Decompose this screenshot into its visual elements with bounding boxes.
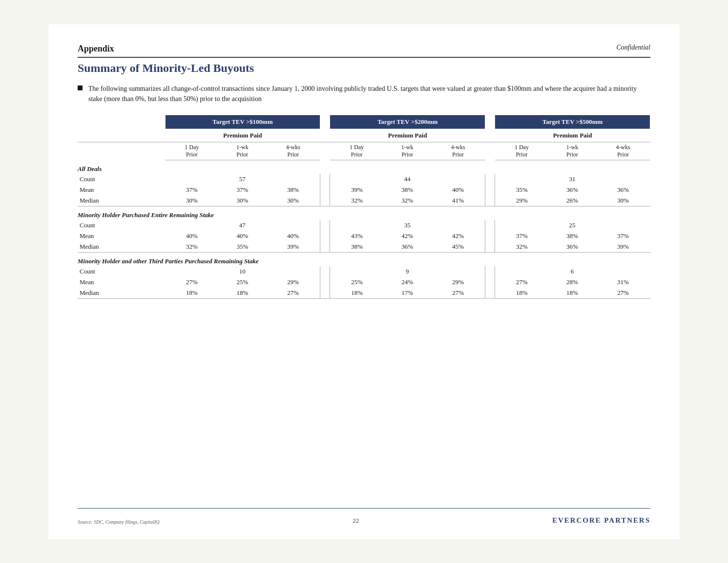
- cell: [330, 220, 384, 231]
- cell: [495, 174, 549, 185]
- cell: 42%: [383, 231, 431, 241]
- cell: [495, 220, 549, 231]
- cell: 29%: [266, 277, 320, 288]
- premium-paid-3: Premium Paid: [495, 129, 650, 142]
- row-label: Count: [78, 174, 165, 185]
- cell: 35%: [495, 185, 549, 195]
- confidential-label: Confidential: [616, 44, 650, 51]
- cell: [266, 220, 320, 231]
- cell: 40%: [431, 185, 485, 195]
- cell: [431, 266, 485, 277]
- table-row: Median30%30%30%32%32%41%29%26%30%: [78, 195, 650, 206]
- cell: [431, 174, 485, 185]
- cell: 39%: [266, 241, 320, 253]
- cell: 18%: [330, 288, 384, 299]
- cell: 47: [219, 220, 266, 231]
- page-title: Summary of Minority-Led Buyouts: [78, 62, 650, 75]
- premium-paid-2: Premium Paid: [330, 129, 485, 142]
- row-label: Mean: [78, 185, 165, 195]
- cell: 6: [548, 266, 596, 277]
- table-container: Target TEV >$100mm Target TEV >$200mm Ta…: [78, 115, 650, 508]
- cell: 32%: [495, 241, 549, 253]
- cell: 38%: [266, 185, 320, 195]
- cell: 10: [219, 266, 266, 277]
- col-header-1day-1: 1 DayPrior: [165, 142, 219, 160]
- row-label: Median: [78, 241, 165, 253]
- cell: [596, 220, 650, 231]
- cell: 26%: [548, 195, 596, 206]
- premium-paid-1: Premium Paid: [165, 129, 320, 142]
- row-label: Count: [78, 220, 165, 231]
- cell: 28%: [548, 277, 596, 288]
- cell: 44: [383, 174, 431, 185]
- group-header-200: Target TEV >$200mm: [330, 115, 485, 129]
- cell: 27%: [266, 288, 320, 299]
- bullet-section: The following summarizes all change-of-c…: [78, 84, 650, 104]
- cell: 40%: [266, 231, 320, 241]
- page: Appendix Confidential Summary of Minorit…: [49, 24, 679, 539]
- cell: 27%: [495, 277, 549, 288]
- cell: 43%: [330, 231, 384, 241]
- bullet-icon: [78, 85, 83, 90]
- cell: [165, 220, 219, 231]
- cell: [431, 220, 485, 231]
- cell: 36%: [596, 185, 650, 195]
- col-header-1wk-1: 1-wkPrior: [219, 142, 266, 160]
- cell: [165, 266, 219, 277]
- cell: 40%: [165, 231, 219, 241]
- page-footer: Source: SDC, Company filings, CapitalIQ …: [78, 508, 650, 525]
- table-row: Mean37%37%38%39%38%40%35%36%36%: [78, 185, 650, 195]
- cell: 39%: [596, 241, 650, 253]
- cell: 30%: [596, 195, 650, 206]
- cell: 38%: [330, 241, 384, 253]
- cell: 37%: [495, 231, 549, 241]
- row-label: Mean: [78, 277, 165, 288]
- cell: 24%: [383, 277, 431, 288]
- cell: 32%: [330, 195, 384, 206]
- table-row: Median32%35%39%38%36%45%32%36%39%: [78, 241, 650, 253]
- appendix-label: Appendix: [78, 44, 114, 54]
- cell: 32%: [383, 195, 431, 206]
- cell: 37%: [165, 185, 219, 195]
- cell: 9: [383, 266, 431, 277]
- cell: 35: [383, 220, 431, 231]
- source-text: Source: SDC, Company filings, CapitalIQ: [78, 519, 160, 525]
- cell: [330, 174, 384, 185]
- cell: 18%: [219, 288, 266, 299]
- section-title-2: Minority Holder and other Third Parties …: [78, 252, 650, 266]
- cell: 45%: [431, 241, 485, 253]
- cell: 57: [219, 174, 266, 185]
- group-header-500: Target TEV >$500mm: [495, 115, 650, 129]
- section-title-0: All Deals: [78, 160, 650, 174]
- table-row: Count574431: [78, 174, 650, 185]
- cell: 39%: [330, 185, 384, 195]
- section-title-1: Minority Holder Purchased Entire Remaini…: [78, 206, 650, 220]
- cell: 27%: [596, 288, 650, 299]
- cell: [330, 266, 384, 277]
- cell: 25%: [219, 277, 266, 288]
- cell: 38%: [548, 231, 596, 241]
- row-label: Median: [78, 195, 165, 206]
- cell: 32%: [165, 241, 219, 253]
- cell: 40%: [219, 231, 266, 241]
- cell: 30%: [219, 195, 266, 206]
- cell: 37%: [219, 185, 266, 195]
- cell: [165, 174, 219, 185]
- col-header-4wks-3: 4-wksPrior: [596, 142, 650, 160]
- col-header-1wk-2: 1-wkPrior: [383, 142, 431, 160]
- footer-brand: Evercore Partners: [552, 516, 650, 525]
- data-table: Target TEV >$100mm Target TEV >$200mm Ta…: [78, 115, 650, 299]
- cell: 29%: [495, 195, 549, 206]
- cell: 38%: [383, 185, 431, 195]
- cell: 35%: [219, 241, 266, 253]
- cell: 36%: [548, 241, 596, 253]
- cell: 29%: [431, 277, 485, 288]
- cell: 18%: [548, 288, 596, 299]
- cell: 37%: [596, 231, 650, 241]
- col-header-1day-2: 1 DayPrior: [330, 142, 384, 160]
- bullet-text: The following summarizes all change-of-c…: [88, 84, 650, 104]
- group-header-100: Target TEV >$100mm: [165, 115, 320, 129]
- cell: 42%: [431, 231, 485, 241]
- table-row: Mean40%40%40%43%42%42%37%38%37%: [78, 231, 650, 241]
- row-label: Mean: [78, 231, 165, 241]
